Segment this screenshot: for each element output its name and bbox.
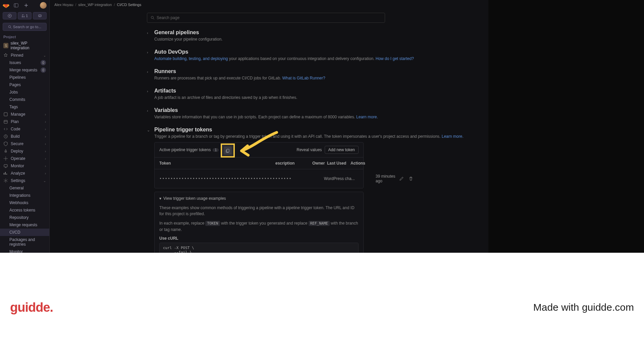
chevron-down-icon: ⌄ [43,179,46,183]
expand-icon[interactable]: › [147,107,151,119]
delete-icon[interactable] [409,176,413,181]
add-token-button[interactable]: Add new token [325,146,359,154]
sidebar-pinned[interactable]: Pinned⌄ [0,52,49,59]
svg-rect-14 [4,165,7,167]
guidde-logo: guidde. [10,300,53,315]
sidebar-analyze[interactable]: Analyze› [0,170,49,177]
breadcrumb: Alex Hoyau/ silex_WP integration/ CI/CD … [50,0,488,9]
sidebar-pipelines[interactable]: Pipelines [0,74,49,81]
sidebar-operate[interactable]: Operate› [0,155,49,162]
svg-line-18 [153,18,154,19]
breadcrumb-project[interactable]: silex_WP integration [78,3,112,7]
sidebar-search[interactable]: Search or go to... [3,23,47,31]
svg-point-3 [9,15,10,16]
section-artifacts-desc: A job artifact is an archive of files an… [154,95,297,100]
expand-icon[interactable]: › [147,88,151,100]
expand-icon[interactable]: › [147,49,151,61]
panel-title: Active pipeline trigger tokens [159,147,211,152]
sidebar-btn-1[interactable] [3,12,16,19]
section-variables-title: Variables [154,107,378,113]
guidde-footer: guidde. Made with guidde.com [0,253,644,362]
section-general-desc: Customize your pipeline configuration. [154,37,222,42]
reveal-values-link[interactable]: Reveal values [297,147,322,152]
table-header: Token escription Owner Last Used Actions [155,158,363,169]
sidebar-commits[interactable]: Commits [0,96,49,103]
svg-point-17 [151,16,154,19]
sidebar-integrations[interactable]: Integrations [0,192,49,199]
sidebar-code[interactable]: Code› [0,125,49,133]
svg-rect-0 [14,4,18,7]
sidebar-deploy[interactable]: Deploy› [0,147,49,155]
sidebar-webhooks[interactable]: Webhooks [0,199,49,206]
breadcrumb-current: CI/CD Settings [117,3,141,7]
svg-rect-6 [39,15,41,17]
sidebar-issues[interactable]: Issues0 [0,59,49,66]
runners-help-link[interactable]: What is GitLab Runner? [282,76,325,80]
clipboard-icon [225,148,230,153]
sidebar-manage[interactable]: Manage› [0,111,49,118]
tokens-panel: Active pipeline trigger tokens 1 Reveal … [154,142,364,188]
search-icon [151,16,155,20]
expand-icon[interactable]: › [147,29,151,42]
variables-help-link[interactable]: Learn more. [356,115,378,119]
main-content: Alex Hoyau/ silex_WP integration/ CI/CD … [50,0,488,253]
svg-rect-10 [4,120,7,123]
section-general-title: General pipelines [154,29,222,36]
guidde-attribution: Made with guidde.com [533,302,634,313]
sidebar-jobs[interactable]: Jobs [0,88,49,96]
svg-point-7 [8,25,10,27]
sidebar-build[interactable]: Build› [0,133,49,140]
sidebar-repository[interactable]: Repository [0,214,49,221]
tokens-help-link[interactable]: Learn more. [442,134,464,139]
page-search-input[interactable]: Search page [147,13,385,23]
sidebar-secure[interactable]: Secure› [0,140,49,147]
auto-devops-link[interactable]: Automate building, testing, and deployin… [154,56,228,61]
token-description: WordPress cha... [324,176,361,181]
svg-point-4 [22,16,23,17]
sidebar-mr-btn[interactable]: 1 [18,12,32,19]
sidebar-settings[interactable]: Settings⌄ [0,177,49,184]
plus-icon[interactable] [23,2,30,9]
token-last-used: 39 minutes ago [376,174,399,183]
svg-point-16 [5,180,6,181]
breadcrumb-user[interactable]: Alex Hoyau [54,3,73,7]
section-runners-title: Runners [154,68,325,74]
sidebar-plan[interactable]: Plan› [0,118,49,125]
sidebar-collapse-icon[interactable] [13,2,19,9]
section-auto-title: Auto DevOps [154,49,414,55]
project-badge: S [3,43,8,48]
sidebar-general[interactable]: General [0,184,49,192]
copy-token-button[interactable] [221,143,235,158]
sidebar-merge-requests[interactable]: Merge requests0 [0,66,49,74]
expand-icon[interactable]: › [147,68,151,80]
sidebar-tags[interactable]: Tags [0,103,49,111]
svg-point-13 [5,158,6,159]
svg-rect-9 [4,113,7,116]
auto-devops-help-link[interactable]: How do I get started? [376,56,414,61]
gitlab-logo-icon [3,2,9,9]
svg-line-8 [10,27,11,28]
sidebar: 1 Search or go to... Project S silex_WP … [0,0,50,253]
sidebar-access-tokens[interactable]: Access tokens [0,206,49,214]
edit-icon[interactable] [399,176,404,181]
sidebar-monitor[interactable]: Monitor› [0,162,49,170]
svg-rect-19 [227,149,229,152]
token-masked: ••••••••••••••••••••••••••••••••••••••••… [159,176,292,181]
section-artifacts-title: Artifacts [154,88,297,94]
sidebar-pages[interactable]: Pages [0,81,49,88]
user-avatar[interactable] [40,2,47,9]
chevron-down-icon: ⌄ [43,54,46,57]
sidebar-cicd[interactable]: CI/CD [0,229,49,236]
sidebar-packages[interactable]: Packages and registries [0,236,49,248]
token-count-badge: 1 [213,148,219,152]
svg-point-5 [23,16,24,17]
sidebar-section-project: Project [0,33,49,40]
token-row: ••••••••••••••••••••••••••••••••••••••••… [155,169,363,188]
examples-toggle[interactable]: ▾ View trigger token usage examples [159,196,359,201]
curl-label: Use cURL [159,236,359,241]
sidebar-btn-3[interactable] [33,12,47,19]
sidebar-project[interactable]: S silex_WP integration [0,40,49,52]
examples-intro: These examples show common methods of tr… [159,205,359,217]
section-tokens-title: Pipeline trigger tokens [154,127,463,133]
sidebar-merge-requests-settings[interactable]: Merge requests [0,221,49,229]
